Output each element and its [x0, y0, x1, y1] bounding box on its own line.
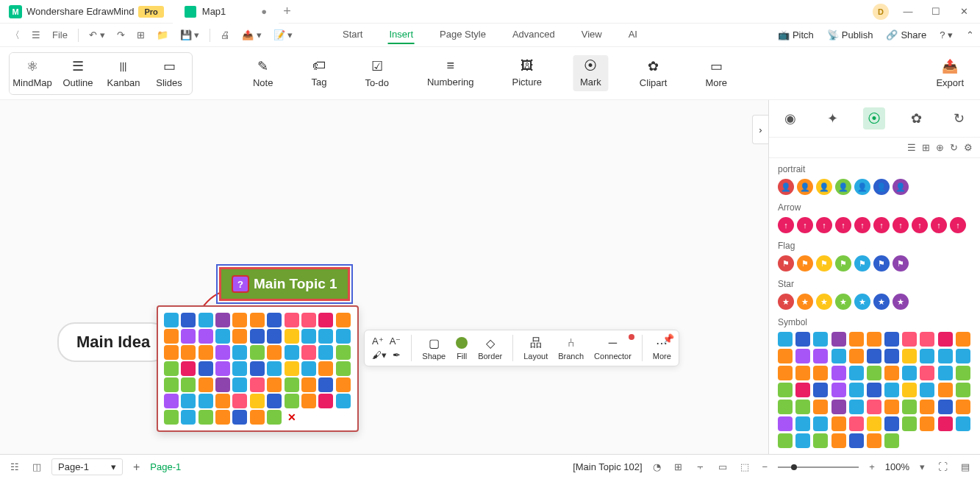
symbol-item[interactable]: [198, 361, 213, 376]
symbol-item[interactable]: [902, 332, 917, 347]
fullscreen-button[interactable]: ▤: [958, 460, 973, 474]
menu-ai[interactable]: AI: [627, 26, 639, 44]
font-decrease[interactable]: A⁻: [390, 336, 401, 347]
symbol-item[interactable]: [902, 349, 917, 363]
symbol-item[interactable]: [849, 383, 864, 397]
mark-item[interactable]: ↑: [854, 217, 870, 233]
sb-icon2[interactable]: ⊞: [671, 460, 685, 474]
sp-refresh[interactable]: ↻: [950, 142, 958, 153]
symbol-item[interactable]: [795, 400, 810, 414]
symbol-item[interactable]: [215, 377, 230, 392]
symbol-item[interactable]: [215, 410, 230, 425]
ribbon-more[interactable]: ▭More: [698, 55, 734, 91]
symbol-item[interactable]: [920, 383, 934, 397]
zoom-in[interactable]: +: [866, 460, 878, 474]
symbol-item[interactable]: [164, 361, 179, 376]
symbol-item[interactable]: [956, 383, 970, 397]
symbol-item[interactable]: [164, 329, 179, 344]
zoom-out[interactable]: −: [759, 460, 771, 474]
ribbon-picture[interactable]: 🖼Picture: [505, 55, 549, 91]
symbol-item[interactable]: [336, 394, 351, 408]
sp-add[interactable]: ⊕: [936, 142, 944, 153]
symbol-item[interactable]: [232, 410, 247, 425]
sb-icon3[interactable]: ⫟: [693, 460, 708, 474]
pin-button[interactable]: 📌: [662, 333, 674, 344]
symbol-item[interactable]: [285, 345, 299, 360]
mark-item[interactable]: ↑: [931, 217, 947, 233]
undo-button[interactable]: ↶ ▾: [85, 26, 110, 43]
symbol-item[interactable]: [831, 400, 846, 414]
symbol-item[interactable]: [849, 366, 864, 380]
symbol-item[interactable]: [884, 383, 899, 397]
menu-button[interactable]: ☰: [27, 26, 45, 43]
symbol-item[interactable]: [285, 313, 299, 327]
format-painter[interactable]: ✒: [393, 350, 401, 361]
symbol-item[interactable]: [336, 329, 351, 344]
user-avatar[interactable]: D: [873, 4, 889, 20]
mark-item[interactable]: ★: [816, 294, 832, 310]
symbol-item[interactable]: [849, 400, 864, 414]
symbol-item[interactable]: [938, 383, 953, 397]
new-button[interactable]: ⊞: [132, 26, 149, 43]
mark-item[interactable]: 👤: [854, 179, 870, 195]
symbol-item[interactable]: [956, 349, 970, 363]
export-quick-button[interactable]: 📤 ▾: [237, 26, 266, 43]
sp-list-view[interactable]: ☰: [907, 142, 916, 153]
symbol-item[interactable]: [267, 394, 282, 408]
symbol-item[interactable]: [884, 416, 899, 431]
mark-item[interactable]: ★: [778, 294, 794, 310]
symbol-item[interactable]: [181, 313, 196, 327]
symbol-item[interactable]: [920, 332, 934, 347]
view-kanban[interactable]: ⫼Kanban: [101, 53, 146, 94]
symbol-item[interactable]: [813, 366, 828, 380]
symbol-item[interactable]: [813, 383, 828, 397]
font-increase[interactable]: A⁺: [372, 336, 384, 347]
symbol-item[interactable]: [778, 416, 793, 431]
symbol-item[interactable]: [902, 416, 917, 431]
sb-panel-icon[interactable]: ◫: [29, 460, 44, 474]
symbol-item[interactable]: [267, 313, 282, 327]
mark-item[interactable]: ↑: [873, 217, 890, 233]
topic-mark-icon[interactable]: ?: [232, 275, 249, 293]
symbol-item[interactable]: [215, 329, 230, 344]
main-topic-node[interactable]: ? Main Topic 1: [219, 267, 350, 301]
symbol-item[interactable]: [867, 433, 881, 448]
save-button[interactable]: 💾 ▾: [176, 26, 204, 43]
pitch-button[interactable]: 📺 Pitch: [778, 29, 814, 40]
mark-item[interactable]: 👤: [873, 179, 890, 195]
symbol-item[interactable]: [336, 377, 351, 392]
symbol-item[interactable]: [250, 394, 265, 408]
ribbon-numbering[interactable]: ≡Numbering: [420, 55, 482, 91]
symbol-item[interactable]: [267, 410, 282, 425]
symbol-item[interactable]: [813, 433, 828, 448]
symbol-item[interactable]: [232, 313, 247, 327]
symbol-item[interactable]: [198, 329, 213, 344]
symbol-item[interactable]: [164, 394, 179, 408]
symbol-item[interactable]: [301, 377, 316, 392]
symbol-item[interactable]: [164, 377, 179, 392]
symbol-item[interactable]: [250, 345, 265, 360]
menu-advanced[interactable]: Advanced: [511, 26, 557, 44]
sidepanel-collapse[interactable]: ›: [752, 115, 768, 144]
symbol-item[interactable]: [956, 332, 970, 347]
symbol-item[interactable]: [267, 377, 282, 392]
symbol-item[interactable]: [902, 366, 917, 380]
symbol-item[interactable]: [215, 394, 230, 408]
symbol-item[interactable]: [318, 329, 333, 344]
mark-item[interactable]: ↑: [816, 217, 832, 233]
symbol-item[interactable]: [285, 329, 299, 344]
symbol-item[interactable]: [301, 361, 316, 376]
mark-item[interactable]: 👤: [835, 179, 851, 195]
symbol-item[interactable]: [301, 313, 316, 327]
symbol-item[interactable]: [336, 361, 351, 376]
border-button[interactable]: ◇Border: [478, 336, 502, 361]
ribbon-note[interactable]: ✎Note: [246, 55, 280, 91]
menu-start[interactable]: Start: [341, 26, 364, 44]
mark-item[interactable]: 👤: [778, 179, 794, 195]
symbol-item[interactable]: [795, 383, 810, 397]
mark-item[interactable]: ⚑: [893, 255, 909, 272]
share-quick-button[interactable]: 📝 ▾: [269, 26, 298, 43]
symbol-item[interactable]: [884, 332, 899, 347]
menu-view[interactable]: View: [580, 26, 604, 44]
ribbon-mark[interactable]: ⦿Mark: [573, 55, 609, 91]
